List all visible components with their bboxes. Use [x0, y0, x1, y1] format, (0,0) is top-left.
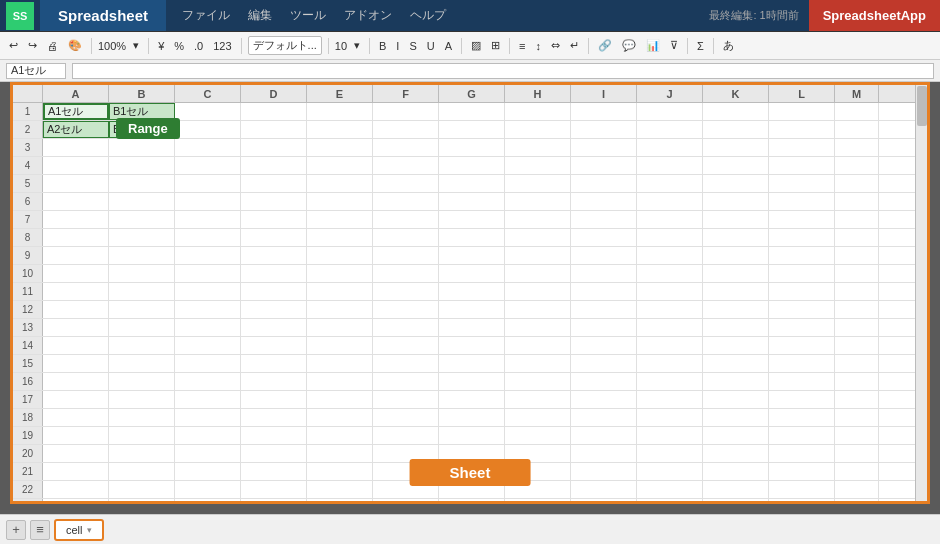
grid-cell[interactable]: [637, 157, 703, 174]
grid-cell[interactable]: [175, 445, 241, 462]
grid-cell[interactable]: [637, 481, 703, 498]
grid-cell[interactable]: [637, 301, 703, 318]
grid-cell[interactable]: [505, 427, 571, 444]
col-header-m[interactable]: M: [835, 85, 879, 102]
grid-cell[interactable]: [571, 409, 637, 426]
grid-cell[interactable]: [373, 301, 439, 318]
grid-cell[interactable]: [769, 481, 835, 498]
grid-cell[interactable]: [703, 409, 769, 426]
grid-cell[interactable]: [439, 301, 505, 318]
grid-cell[interactable]: [769, 157, 835, 174]
grid-cell[interactable]: [505, 229, 571, 246]
grid-cell[interactable]: [307, 463, 373, 480]
formula-input[interactable]: [72, 63, 934, 79]
grid-cell[interactable]: [43, 499, 109, 504]
grid-cell[interactable]: [439, 409, 505, 426]
grid-cell[interactable]: [241, 319, 307, 336]
grid-cell[interactable]: [835, 103, 879, 120]
grid-cell[interactable]: [571, 139, 637, 156]
grid-cell[interactable]: [109, 337, 175, 354]
grid-cell[interactable]: [571, 211, 637, 228]
grid-cell[interactable]: [373, 139, 439, 156]
grid-cell[interactable]: [241, 445, 307, 462]
grid-cell[interactable]: [175, 247, 241, 264]
grid-cell[interactable]: [835, 409, 879, 426]
grid-cell[interactable]: [373, 427, 439, 444]
grid-cell[interactable]: [703, 301, 769, 318]
grid-cell[interactable]: [43, 481, 109, 498]
menu-help[interactable]: ヘルプ: [402, 5, 454, 26]
grid-cell[interactable]: [703, 337, 769, 354]
grid-cell[interactable]: [43, 229, 109, 246]
grid-cell[interactable]: [109, 355, 175, 372]
print-button[interactable]: 🖨: [44, 39, 61, 53]
grid-cell[interactable]: [769, 193, 835, 210]
italic-button[interactable]: I: [393, 39, 402, 53]
grid-cell[interactable]: [241, 157, 307, 174]
grid-cell[interactable]: [637, 337, 703, 354]
grid-cell[interactable]: [505, 265, 571, 282]
font-color-button[interactable]: A: [442, 39, 455, 53]
grid-cell[interactable]: [835, 499, 879, 504]
grid-cell[interactable]: [571, 499, 637, 504]
grid-cell[interactable]: [505, 121, 571, 138]
grid-cell[interactable]: [439, 265, 505, 282]
grid-cell[interactable]: [373, 355, 439, 372]
grid-cell[interactable]: [835, 121, 879, 138]
col-header-l[interactable]: L: [769, 85, 835, 102]
grid-cell[interactable]: [835, 265, 879, 282]
paint-format-button[interactable]: 🎨: [65, 38, 85, 53]
grid-cell[interactable]: [373, 103, 439, 120]
grid-cell[interactable]: [703, 355, 769, 372]
grid-cell[interactable]: [505, 319, 571, 336]
grid-cell[interactable]: [175, 283, 241, 300]
grid-cell[interactable]: [307, 391, 373, 408]
grid-cell[interactable]: [571, 121, 637, 138]
grid-cell[interactable]: [703, 139, 769, 156]
grid-cell[interactable]: [703, 193, 769, 210]
grid-cell[interactable]: [43, 211, 109, 228]
col-header-h[interactable]: H: [505, 85, 571, 102]
col-header-f[interactable]: F: [373, 85, 439, 102]
grid-cell[interactable]: [241, 283, 307, 300]
grid-cell[interactable]: [637, 373, 703, 390]
grid-cell[interactable]: [109, 247, 175, 264]
grid-cell[interactable]: [505, 391, 571, 408]
grid-cell[interactable]: [769, 229, 835, 246]
grid-cell[interactable]: [241, 193, 307, 210]
grid-cell[interactable]: [505, 175, 571, 192]
grid-cell[interactable]: [373, 121, 439, 138]
grid-cell[interactable]: [505, 355, 571, 372]
grid-cell[interactable]: [703, 121, 769, 138]
grid-cell[interactable]: [373, 193, 439, 210]
grid-cell[interactable]: [373, 211, 439, 228]
grid-cell[interactable]: [439, 427, 505, 444]
grid-cell[interactable]: [241, 121, 307, 138]
grid-cell[interactable]: [175, 481, 241, 498]
grid-cell[interactable]: [307, 265, 373, 282]
grid-cell[interactable]: [175, 211, 241, 228]
menu-edit[interactable]: 編集: [240, 5, 280, 26]
grid-cell[interactable]: [637, 463, 703, 480]
grid-cell[interactable]: [835, 211, 879, 228]
grid-cell[interactable]: [109, 283, 175, 300]
grid-cell[interactable]: [769, 391, 835, 408]
grid-cell[interactable]: [241, 427, 307, 444]
grid-cell[interactable]: [109, 211, 175, 228]
grid-cell[interactable]: [241, 463, 307, 480]
grid-cell[interactable]: [43, 391, 109, 408]
grid-cell[interactable]: [43, 445, 109, 462]
grid-cell[interactable]: [175, 463, 241, 480]
grid-cell[interactable]: [175, 175, 241, 192]
grid-cell[interactable]: [109, 139, 175, 156]
zoom-dropdown-arrow[interactable]: ▾: [130, 38, 142, 53]
add-sheet-button[interactable]: +: [6, 520, 26, 540]
grid-cell[interactable]: [703, 247, 769, 264]
decimal-inc-button[interactable]: 123: [210, 39, 234, 53]
grid-cell[interactable]: [637, 499, 703, 504]
grid-cell[interactable]: [637, 175, 703, 192]
grid-cell[interactable]: [439, 211, 505, 228]
grid-cell[interactable]: [175, 193, 241, 210]
grid-cell[interactable]: [373, 373, 439, 390]
col-header-j[interactable]: J: [637, 85, 703, 102]
